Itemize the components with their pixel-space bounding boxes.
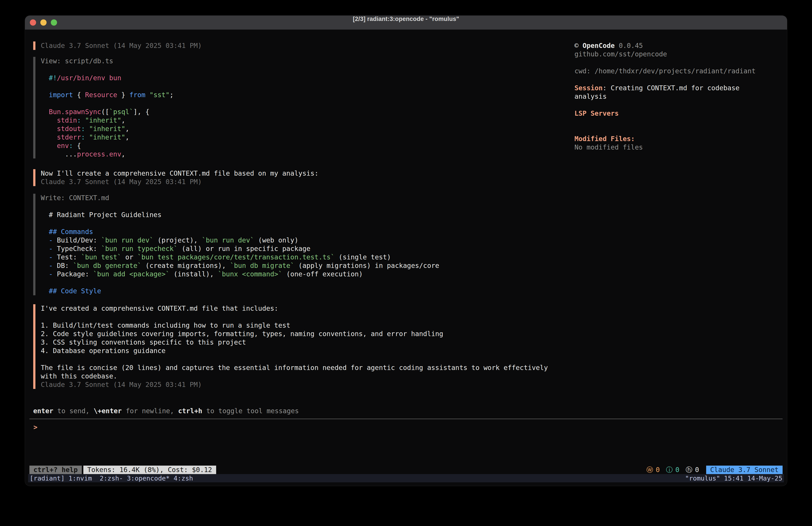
text-line: - TypeCheck: `bun run typecheck` (all) o… — [41, 244, 564, 253]
text-line: #!/usr/bin/env bun — [41, 74, 564, 82]
text-line: ## Commands — [41, 228, 564, 236]
info-counter: ⓘ0 — [666, 466, 679, 474]
text-line: github.com/sst/opencode — [575, 50, 780, 58]
tmux-status-bar: [radiant] 1:nvim 2:zsh- 3:opencode* 4:zs… — [28, 474, 784, 482]
text-line: No modified files — [575, 143, 780, 152]
desktop: [2/3] radiant:3:opencode - "romulus" Cla… — [0, 0, 812, 526]
text-line: Now I'll create a comprehensive CONTEXT.… — [41, 169, 564, 177]
text-line: Session: Creating CONTEXT.md for codebas… — [575, 84, 780, 92]
assistant-message-block: Now I'll create a comprehensive CONTEXT.… — [33, 169, 564, 186]
text-line: cwd: /home/thdxr/dev/projects/radiant/ra… — [575, 67, 780, 75]
titlebar[interactable]: [2/3] radiant:3:opencode - "romulus" — [25, 16, 787, 30]
text-line: I've created a comprehensive CONTEXT.md … — [41, 304, 564, 313]
warning-count: 0 — [656, 466, 660, 474]
tokens-cost-chip: Tokens: 16.4K (8%), Cost: $0.12 — [83, 466, 216, 474]
text-line — [575, 58, 780, 67]
text-line — [41, 82, 564, 91]
text-line — [575, 101, 780, 109]
text-line: import { Resource } from "sst"; — [41, 91, 564, 99]
info-count: 0 — [676, 466, 679, 474]
text-line: 1. Build/lint/test commands including ho… — [41, 321, 564, 330]
text-line: - Package: `bun add <package>` (install)… — [41, 270, 564, 279]
text-line: View: script/db.ts — [41, 57, 564, 65]
text-line: Bun.spawnSync([`psql`], { — [41, 108, 564, 116]
diagnostics-counters: ⓦ0 ⓘ0 ⓗ0 — [647, 466, 699, 474]
text-line: LSP Servers — [575, 109, 780, 118]
text-line — [41, 355, 564, 364]
assistant-summary-block: I've created a comprehensive CONTEXT.md … — [33, 304, 564, 389]
text-line: 4. Database operations guidance — [41, 346, 564, 355]
assistant-attribution-block: Claude 3.7 Sonnet (14 May 2025 03:41 PM) — [33, 41, 564, 50]
text-line: analysis — [575, 92, 780, 101]
window-title: [2/3] radiant:3:opencode - "romulus" — [25, 16, 787, 29]
tmux-session-info: "romulus" 15:41 14-May-25 — [685, 474, 783, 483]
status-bar: ctrl+? help Tokens: 16.4K (8%), Cost: $0… — [29, 466, 783, 474]
text-line: stderr: "inherit", — [41, 133, 564, 142]
model-chip: Claude 3.7 Sonnet — [706, 466, 783, 474]
input-separator — [29, 418, 783, 419]
warning-icon: ⓦ — [647, 466, 653, 474]
text-line: enter to send, \+enter for newline, ctrl… — [33, 407, 299, 415]
warnings-counter: ⓦ0 — [647, 466, 660, 474]
text-line: - DB: `bun db generate` (create migratio… — [41, 261, 564, 270]
text-line: ...process.env, — [41, 150, 564, 158]
tool-view-block: View: script/db.ts #!/usr/bin/env bun im… — [33, 57, 564, 158]
help-chip: ctrl+? help — [29, 466, 82, 474]
terminal-window: [2/3] radiant:3:opencode - "romulus" Cla… — [25, 16, 787, 486]
text-line: ## Code Style — [41, 287, 564, 295]
prompt-input[interactable]: > — [33, 423, 778, 440]
sidebar: © OpenCode 0.0.45github.com/sst/opencode… — [575, 41, 780, 152]
hint-count: 0 — [695, 466, 699, 474]
text-line: Claude 3.7 Sonnet (14 May 2025 03:41 PM) — [41, 177, 564, 186]
statusbar-spacer — [216, 466, 647, 474]
text-line — [41, 202, 564, 211]
hint-icon: ⓗ — [686, 466, 692, 474]
text-line — [575, 126, 780, 134]
text-line — [41, 99, 564, 108]
info-icon: ⓘ — [666, 466, 673, 474]
tmux-window-list[interactable]: [radiant] 1:nvim 2:zsh- 3:opencode* 4:zs… — [30, 474, 193, 483]
tool-write-block: Write: CONTEXT.md # Radiant Project Guid… — [33, 194, 564, 295]
text-line: stdin: "inherit", — [41, 116, 564, 125]
text-line: Claude 3.7 Sonnet (14 May 2025 03:41 PM) — [41, 41, 564, 50]
text-line: The file is concise (20 lines) and captu… — [41, 364, 564, 372]
text-line: - Build/Dev: `bun run dev` (project), `b… — [41, 236, 564, 244]
text-line: Claude 3.7 Sonnet (14 May 2025 03:41 PM) — [41, 381, 564, 389]
text-line — [575, 75, 780, 84]
text-line — [41, 219, 564, 228]
text-line: stdout: "inherit", — [41, 125, 564, 133]
text-line: 3. CSS styling conventions specific to t… — [41, 338, 564, 346]
hints-counter: ⓗ0 — [686, 466, 699, 474]
text-line — [575, 118, 780, 126]
text-line: env: { — [41, 142, 564, 150]
text-line — [41, 279, 564, 287]
text-line: with this codebase. — [41, 372, 564, 381]
keybind-hints: enter to send, \+enter for newline, ctrl… — [33, 407, 299, 415]
prompt-symbol: > — [33, 423, 38, 431]
opencode-app: Claude 3.7 Sonnet (14 May 2025 03:41 PM)… — [25, 29, 787, 486]
text-line: Modified Files: — [575, 134, 780, 143]
text-line — [41, 313, 564, 321]
chat-history: Claude 3.7 Sonnet (14 May 2025 03:41 PM)… — [33, 41, 564, 389]
text-line: © OpenCode 0.0.45 — [575, 41, 780, 50]
text-line: # Radiant Project Guidelines — [41, 211, 564, 219]
text-line: 2. Code style guidelines covering import… — [41, 330, 564, 338]
text-line: Write: CONTEXT.md — [41, 194, 564, 202]
text-line: - Test: `bun test` or `bun test packages… — [41, 253, 564, 261]
text-line — [41, 65, 564, 74]
